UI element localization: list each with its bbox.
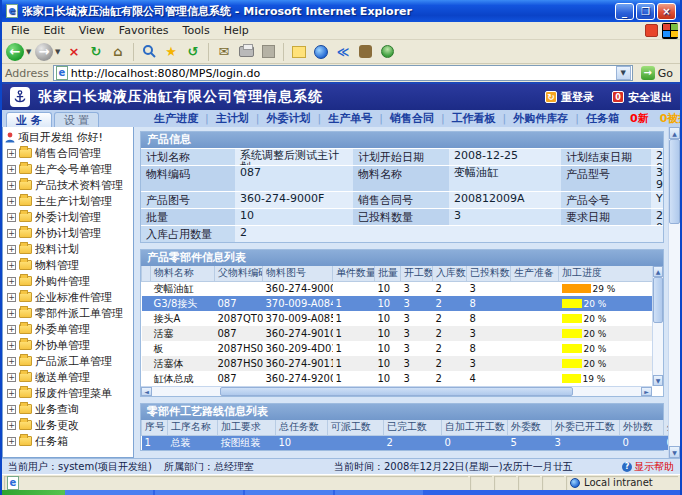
table-row[interactable]: 1总装按图组装10205300 (142, 435, 669, 450)
column-header[interactable]: 加工要求 (218, 420, 276, 435)
scroll-down-icon[interactable]: ▼ (669, 446, 680, 458)
column-header[interactable]: 总任务数 (276, 420, 328, 435)
column-header[interactable]: 工序名称 (168, 420, 218, 435)
scroll-left-icon[interactable]: ◄ (141, 387, 152, 396)
nav-item[interactable]: 生产单号 (328, 111, 372, 126)
messenger-button[interactable] (311, 42, 331, 62)
nav-item[interactable]: 生产进度 (154, 111, 198, 126)
column-header[interactable]: 单件数量 (333, 266, 375, 281)
sidebar-item[interactable]: +报废件管理菜单 (5, 385, 133, 401)
table-row[interactable]: 活塞体2087HS002360-274-9011W11032320 % (142, 356, 653, 371)
logout-button[interactable]: 0 安全退出 (612, 90, 672, 105)
address-dropdown-icon[interactable]: ▼ (616, 66, 631, 80)
scroll-right-icon[interactable]: ► (641, 387, 652, 396)
column-header[interactable]: 外委已开工数 (552, 420, 620, 435)
history-button[interactable]: ↺ (183, 42, 203, 62)
menu-item-help[interactable]: Help (217, 23, 256, 38)
qq-button[interactable] (377, 42, 397, 62)
expand-icon[interactable]: + (7, 437, 16, 446)
sidebar-item[interactable]: +外协单管理 (5, 337, 133, 353)
column-header[interactable]: 物料名称 (151, 266, 215, 281)
nav-item[interactable]: 任务箱 (586, 111, 619, 126)
column-header[interactable]: 自加工开工数 (442, 420, 508, 435)
sidebar-item[interactable]: +业务更改 (5, 417, 133, 433)
sidebar-item[interactable]: +外购件管理 (5, 273, 133, 289)
favorites-button[interactable]: ★ (161, 42, 181, 62)
sidebar-item[interactable]: +任务箱 (5, 433, 133, 449)
refresh-button[interactable]: ↻ (86, 42, 106, 62)
flashget-button[interactable]: ≪ (333, 42, 353, 62)
scroll-thumb[interactable] (669, 139, 680, 224)
nav-item[interactable]: 外委计划 (266, 111, 310, 126)
search-button[interactable] (139, 42, 159, 62)
nav-item[interactable]: 工作看板 (452, 111, 496, 126)
expand-icon[interactable]: + (7, 181, 16, 190)
column-header[interactable]: 外协 (664, 420, 669, 435)
start-button-edge[interactable] (2, 490, 65, 495)
forward-dropdown-icon[interactable]: ▼ (55, 48, 62, 56)
sidebar-item[interactable]: +投料计划 (5, 241, 133, 257)
sidebar-item[interactable]: +产品技术资料管理 (5, 177, 133, 193)
scroll-down-icon[interactable]: ▼ (653, 375, 663, 386)
page-vertical-scrollbar[interactable]: ▲ ▼ (668, 127, 680, 458)
table-row[interactable]: G3/8接头087370-009-A084011032820 % (142, 296, 653, 311)
sidebar-item[interactable]: +外委计划管理 (5, 209, 133, 225)
column-header[interactable]: 父物料编码 (215, 266, 263, 281)
expand-icon[interactable]: + (7, 149, 16, 158)
notes-button[interactable] (289, 42, 309, 62)
sidebar-item[interactable]: +业务查询 (5, 401, 133, 417)
expand-icon[interactable]: + (7, 261, 16, 270)
relogin-button[interactable]: ↻ 重登录 (545, 90, 594, 105)
column-header[interactable]: 生产准备 (511, 266, 559, 281)
show-help-link[interactable]: ? 显示帮助 (622, 460, 674, 474)
scroll-up-icon[interactable]: ▲ (669, 127, 680, 139)
expand-icon[interactable]: + (7, 229, 16, 238)
sidebar-item[interactable]: +缴送单管理 (5, 369, 133, 385)
column-header[interactable]: 加工进度 (559, 266, 653, 281)
menu-item-tools[interactable]: Tools (176, 23, 217, 38)
print-button[interactable] (236, 42, 256, 62)
column-header[interactable]: 序号 (142, 420, 168, 435)
expand-icon[interactable]: + (7, 341, 16, 350)
expand-icon[interactable]: + (7, 405, 16, 414)
forward-button[interactable]: → (35, 43, 53, 61)
minimize-button[interactable]: _ (615, 3, 634, 20)
expand-icon[interactable]: + (7, 277, 16, 286)
menu-item-edit[interactable]: Edit (36, 23, 71, 38)
table-row[interactable]: 接头A2087QT002370-009-A085011032820 % (142, 311, 653, 326)
expand-icon[interactable]: + (7, 293, 16, 302)
parts-horizontal-scrollbar[interactable]: ◄ ► (141, 386, 652, 396)
expand-icon[interactable]: + (7, 357, 16, 366)
column-header[interactable]: 可派工数 (328, 420, 384, 435)
sidebar-item[interactable]: +销售合同管理 (5, 145, 133, 161)
tab-business[interactable]: 业 务 (6, 112, 52, 127)
back-dropdown-icon[interactable]: ▼ (26, 48, 33, 56)
home-button[interactable]: ⌂ (108, 42, 128, 62)
expand-icon[interactable]: + (7, 389, 16, 398)
expand-icon[interactable]: + (7, 421, 16, 430)
close-button[interactable]: × (657, 3, 676, 20)
scroll-thumb[interactable] (220, 387, 572, 396)
column-header[interactable]: 批量 (375, 266, 401, 281)
sidebar-item[interactable]: +物料管理 (5, 257, 133, 273)
expand-icon[interactable]: + (7, 245, 16, 254)
debugbar-button[interactable] (355, 42, 375, 62)
scroll-thumb[interactable] (653, 277, 663, 323)
sidebar-item[interactable]: +生产令号单管理 (5, 161, 133, 177)
stop-button[interactable]: × (64, 42, 84, 62)
sidebar-item[interactable]: +外委单管理 (5, 321, 133, 337)
taskbar-buttons[interactable] (65, 490, 680, 495)
plugin-icon[interactable] (645, 24, 658, 37)
expand-icon[interactable]: + (7, 213, 16, 222)
sidebar-item[interactable]: +主生产计划管理 (5, 193, 133, 209)
menu-item-view[interactable]: View (72, 23, 112, 38)
nav-item[interactable]: 主计划 (216, 111, 249, 126)
column-header[interactable]: 物料图号 (263, 266, 333, 281)
maximize-button[interactable]: ❐ (636, 3, 655, 20)
menu-item-file[interactable]: File (4, 23, 36, 38)
table-row[interactable]: 板2087HS002360-209-4D01011032820 % (142, 341, 653, 356)
expand-icon[interactable]: + (7, 325, 16, 334)
parts-vertical-scrollbar[interactable]: ▲ ▼ (652, 266, 663, 386)
sidebar-item[interactable]: +零部件派工单管理 (5, 305, 133, 321)
tab-settings[interactable]: 设 置 (54, 112, 100, 127)
